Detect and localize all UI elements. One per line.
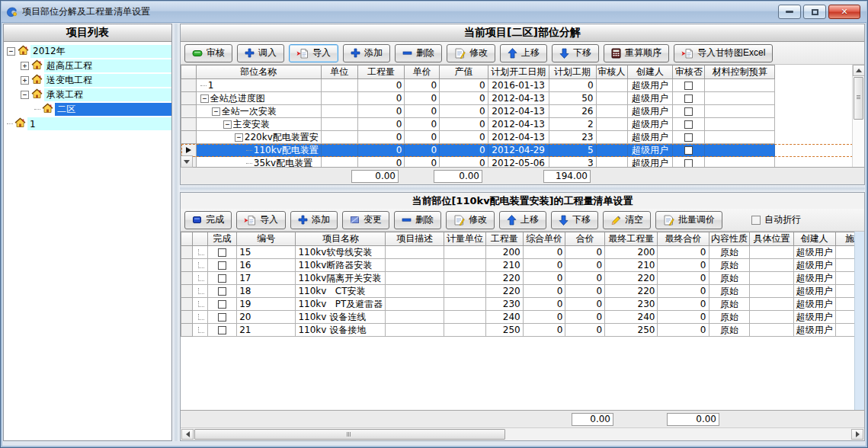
cell-no[interactable]: 19 <box>237 298 296 311</box>
cell-no[interactable]: 21 <box>237 324 296 337</box>
finish-button[interactable]: 完成 <box>184 211 232 229</box>
cell-creator[interactable]: 超级用户 <box>627 144 673 157</box>
audit-checkbox[interactable] <box>684 120 693 129</box>
cell-qty[interactable]: 0 <box>357 79 405 92</box>
table-row[interactable]: 35kv配电装置0002012-05-063超级用户 <box>181 157 864 168</box>
cell-unit[interactable] <box>321 144 357 157</box>
cell-auditor[interactable] <box>596 105 627 118</box>
cell-price[interactable]: 0 <box>405 144 440 157</box>
cell-price[interactable]: 0 <box>405 118 440 131</box>
cell-price[interactable]: 0 <box>405 157 440 168</box>
cell-no[interactable]: 17 <box>237 272 296 285</box>
cell-part-name[interactable]: 35kv配电装置 <box>196 157 321 168</box>
cell-material-budget[interactable] <box>705 144 775 157</box>
cell-material-budget[interactable] <box>705 105 775 118</box>
cell-auditor[interactable] <box>596 118 627 131</box>
table-row[interactable]: 21110kv 设备接地250002500原始超级用户 <box>181 324 864 337</box>
cell-duration[interactable]: 26 <box>549 105 596 118</box>
row-selector[interactable] <box>181 272 193 285</box>
cell-final-qty[interactable]: 230 <box>605 298 658 311</box>
cell-auditor[interactable] <box>596 144 627 157</box>
close-button[interactable]: ✕ <box>828 5 860 19</box>
cell-no[interactable]: 15 <box>237 246 296 259</box>
row-selector[interactable] <box>181 105 197 118</box>
cell-location[interactable] <box>750 272 793 285</box>
cell-part-name[interactable]: −全站总进度图 <box>196 92 321 105</box>
audit-checkbox[interactable] <box>684 133 693 142</box>
cell-duration[interactable]: 5 <box>549 144 596 157</box>
expand-toggle[interactable]: − <box>223 120 232 129</box>
cell-duration[interactable]: 2 <box>549 118 596 131</box>
tree-item-承装工程[interactable]: −承装工程 <box>4 88 171 102</box>
table-row[interactable]: 17110kv隔离开关安装220002200原始超级用户 <box>181 272 864 285</box>
cell-creator[interactable]: 超级用户 <box>793 272 835 285</box>
cell-location[interactable] <box>750 259 793 272</box>
cell-start-date[interactable]: 2016-01-13 <box>488 79 549 92</box>
audit-checkbox[interactable] <box>684 159 693 168</box>
cell-audited[interactable] <box>673 105 705 118</box>
cell-duration[interactable]: 0 <box>549 79 596 92</box>
cell-creator[interactable]: 超级用户 <box>793 311 835 324</box>
cell-total[interactable]: 0 <box>565 298 605 311</box>
cell-unit[interactable] <box>321 118 357 131</box>
cell-total[interactable]: 0 <box>565 285 605 298</box>
cell-location[interactable] <box>750 246 793 259</box>
table-row[interactable]: −全站一次安装0002012-04-1326超级用户 <box>181 105 864 118</box>
cell-final-total[interactable]: 0 <box>658 324 709 337</box>
cell-total[interactable]: 0 <box>565 324 605 337</box>
cell-auditor[interactable] <box>596 92 627 105</box>
cell-unit[interactable] <box>321 92 357 105</box>
cell-output[interactable]: 0 <box>440 157 488 168</box>
cell-final-qty[interactable]: 240 <box>605 311 658 324</box>
expand-toggle[interactable]: − <box>21 91 29 99</box>
vertical-splitter[interactable] <box>172 24 180 441</box>
cell-output[interactable]: 0 <box>440 118 488 131</box>
cell-auditor[interactable] <box>596 131 627 144</box>
cell-start-date[interactable]: 2012-04-29 <box>488 144 549 157</box>
move-up-button[interactable]: 上移 <box>500 44 547 62</box>
cell-total[interactable]: 0 <box>565 259 605 272</box>
cell-creator[interactable]: 超级用户 <box>627 118 673 131</box>
cell-creator[interactable]: 超级用户 <box>627 79 673 92</box>
add-button[interactable]: 添加 <box>290 211 338 229</box>
cell-price[interactable]: 0 <box>405 131 440 144</box>
cell-material-budget[interactable] <box>705 157 775 168</box>
cell-unit[interactable] <box>444 311 486 324</box>
cell-nature[interactable]: 原始 <box>709 246 750 259</box>
cell-done[interactable] <box>207 311 237 324</box>
cell-part-name[interactable]: −主变安装 <box>196 118 321 131</box>
quantity-vscrollbar[interactable] <box>854 232 864 410</box>
cell-qty[interactable]: 0 <box>357 157 405 168</box>
quantity-hscrollbar[interactable] <box>181 427 864 440</box>
cell-material-budget[interactable] <box>705 118 775 131</box>
cell-unit[interactable] <box>321 131 357 144</box>
cell-start-date[interactable]: 2012-04-13 <box>488 105 549 118</box>
cell-output[interactable]: 0 <box>440 144 488 157</box>
cell-unit[interactable] <box>321 105 357 118</box>
cell-no[interactable]: 18 <box>237 285 296 298</box>
cell-description[interactable] <box>386 272 444 285</box>
clear-button[interactable]: 清空 <box>603 211 651 229</box>
cell-qty[interactable]: 220 <box>485 272 523 285</box>
row-selector[interactable] <box>181 131 197 144</box>
done-checkbox[interactable] <box>218 300 226 309</box>
move-down-button[interactable]: 下移 <box>551 211 598 229</box>
cell-unit-price[interactable]: 0 <box>523 298 565 311</box>
cell-unit-price[interactable]: 0 <box>523 259 565 272</box>
cell-duration[interactable]: 3 <box>549 157 596 168</box>
tree-item-二区[interactable]: 二区 <box>4 102 171 117</box>
add-button[interactable]: 添加 <box>343 44 390 62</box>
cell-final-qty[interactable]: 210 <box>605 259 658 272</box>
row-selector[interactable] <box>181 144 197 157</box>
expand-toggle[interactable]: − <box>212 107 220 116</box>
row-selector[interactable] <box>181 92 197 105</box>
delete-button[interactable]: 删除 <box>394 211 441 229</box>
audit-button[interactable]: 审核 <box>184 44 232 62</box>
cell-qty[interactable]: 0 <box>357 92 405 105</box>
cell-part-name[interactable]: 110kv配电装置 <box>196 144 321 157</box>
move-up-button[interactable]: 上移 <box>499 211 546 229</box>
cell-qty[interactable]: 0 <box>357 118 405 131</box>
done-checkbox[interactable] <box>218 261 226 270</box>
cell-part-name[interactable]: −220kv配电装置安 <box>196 131 321 144</box>
cell-unit[interactable] <box>444 324 486 337</box>
